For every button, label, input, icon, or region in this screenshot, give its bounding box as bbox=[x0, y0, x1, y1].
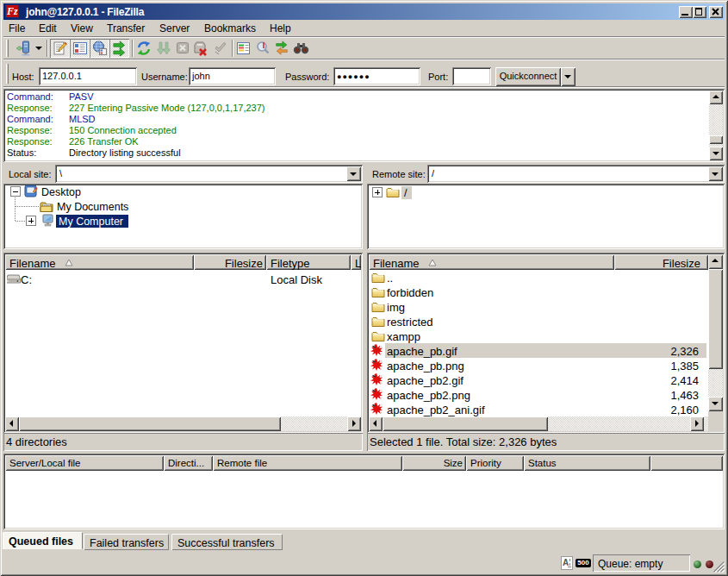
svg-text:Fz: Fz bbox=[6, 5, 18, 17]
